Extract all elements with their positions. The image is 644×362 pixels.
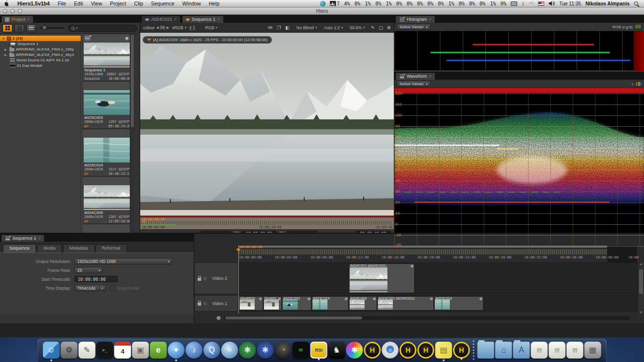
close-icon[interactable]: × bbox=[27, 17, 30, 22]
clip-shot0010[interactable]: Shot0010 ⊛ bbox=[239, 296, 263, 310]
menu-view[interactable]: View bbox=[91, 0, 102, 6]
dock-stickies[interactable]: ▤ bbox=[435, 342, 452, 359]
slider-knob[interactable] bbox=[42, 25, 47, 30]
scrollbar-thumb[interactable] bbox=[131, 35, 134, 127]
waveform-source-select[interactable]: Active Viewer ▾ bbox=[397, 81, 430, 87]
clip-a024c021-v1[interactable]: A024C021 (A024C021) ⊛ bbox=[377, 296, 434, 310]
close-icon[interactable]: × bbox=[38, 236, 41, 241]
project-search-input[interactable]: ▾ bbox=[68, 25, 137, 32]
dock-folder-downloads[interactable] bbox=[478, 342, 494, 359]
menu-clip[interactable]: Clip bbox=[134, 0, 143, 6]
dock-terminal[interactable]: >_ bbox=[97, 342, 113, 359]
scrollbar-thumb[interactable] bbox=[225, 316, 362, 319]
tab-waveform[interactable]: Waveform × bbox=[395, 72, 435, 80]
viewer-image-area[interactable]: [A] A024C009: 2880 x 1620 - 25 FPS - 10:… bbox=[140, 33, 394, 216]
clip-a023c003[interactable]: A023C003 ⊛ bbox=[282, 296, 312, 310]
lock-icon[interactable] bbox=[198, 278, 201, 281]
displays-menu-icon[interactable] bbox=[511, 1, 517, 6]
dock-fan-green[interactable]: ✱ bbox=[239, 342, 256, 359]
chevron-down-icon[interactable]: ▾ bbox=[632, 82, 633, 86]
scale-mode-select[interactable]: Auto 1:2 ▾ bbox=[324, 25, 343, 30]
scroll-up-icon[interactable]: ▲ bbox=[640, 262, 643, 265]
lock-icon[interactable] bbox=[198, 303, 201, 306]
fast-user-switch-name[interactable]: Nikolaos Almpanis bbox=[586, 1, 630, 6]
timeline-horizontal-scrollbar[interactable] bbox=[194, 314, 637, 321]
dock-textedit[interactable]: ✎ bbox=[79, 342, 96, 359]
menu-project[interactable]: Project bbox=[110, 0, 126, 6]
frame-rate-select[interactable]: 25 ▾ bbox=[74, 267, 103, 273]
thumbnail-size-slider[interactable] bbox=[40, 27, 64, 29]
menu-help[interactable]: Help bbox=[209, 0, 219, 6]
bin-row-world-drums[interactable]: World Drums 01-AIFF 44.1:16 bbox=[0, 57, 81, 63]
bin-row-sequence-1[interactable]: Sequence 1 bbox=[0, 41, 81, 47]
dock-rsi-guard[interactable]: RSI bbox=[311, 342, 327, 359]
menu-window[interactable]: Window bbox=[182, 0, 201, 6]
dock-stack-rsi[interactable]: ▤ bbox=[567, 342, 584, 359]
decrement-icon[interactable]: ◀ bbox=[156, 26, 159, 30]
grid-view-button[interactable] bbox=[2, 24, 12, 32]
close-icon[interactable]: × bbox=[429, 74, 431, 79]
input-language-flag-icon[interactable] bbox=[538, 1, 544, 6]
tab-sequence-1-viewer[interactable]: Sequence 1 × bbox=[182, 15, 224, 23]
bin-thumb-a023c019[interactable]: A023C019 2880x1620151f @25FPS ari10:46:1… bbox=[82, 129, 133, 176]
dock-dashboard[interactable]: ◔ bbox=[275, 342, 292, 359]
histogram-source-select[interactable]: Active Viewer ▾ bbox=[397, 24, 430, 30]
apple-menu-icon[interactable] bbox=[4, 0, 9, 6]
bin-scrollbar[interactable] bbox=[130, 34, 134, 240]
dock-quicktime[interactable]: Q bbox=[204, 342, 220, 359]
timeline-vertical-scrollbar[interactable]: ▲ ▼ bbox=[638, 262, 644, 314]
subtab-metadata[interactable]: Metadata bbox=[63, 244, 95, 253]
volume-menu-icon[interactable] bbox=[549, 1, 555, 6]
scrollbar-track[interactable] bbox=[224, 316, 630, 320]
viewer-info-bar[interactable]: [A] A024C009: 2880 x 1620 - 25 FPS - 10:… bbox=[143, 36, 272, 44]
dock-hiero-3[interactable]: H bbox=[453, 342, 470, 359]
subtab-media[interactable]: Media bbox=[37, 244, 62, 253]
track-lane-video2[interactable]: A024C021 (A024C021) ⊛ bbox=[238, 262, 637, 294]
enable-track-icon[interactable]: ◇ bbox=[204, 276, 207, 281]
tab-a024c021[interactable]: A024C021 × bbox=[141, 15, 181, 23]
tab-histogram[interactable]: Histogram × bbox=[395, 15, 435, 23]
histogram-mode-select[interactable]: RGB (r,g,b) bbox=[613, 25, 633, 29]
poster-frame-icon[interactable] bbox=[85, 36, 90, 41]
dock-trash[interactable]: ▦ bbox=[585, 342, 601, 359]
close-icon[interactable]: × bbox=[174, 17, 177, 22]
dock-activity-monitor[interactable]: ≈ bbox=[293, 342, 310, 359]
spotlight-icon[interactable] bbox=[634, 1, 638, 5]
detail-view-button[interactable] bbox=[26, 24, 36, 32]
timeline-zoom-knob[interactable] bbox=[216, 315, 221, 321]
dock-stack-documents-2[interactable]: ▤ bbox=[549, 342, 566, 359]
clip-a023c019-2[interactable]: A023C019 ⊛ bbox=[434, 296, 483, 310]
collapse-icon[interactable]: ▼ bbox=[2, 37, 5, 40]
track-lane-video1[interactable]: Shot0010 ⊛ Shot0020 ⊛ A023C003 ⊛ A023C01… bbox=[238, 295, 637, 311]
window-titlebar[interactable]: Hiero bbox=[0, 7, 644, 15]
viewer-settings-gear-icon[interactable]: ⚙ bbox=[387, 25, 391, 30]
scroll-down-icon[interactable]: ▼ bbox=[640, 311, 643, 314]
dock-hiero-2[interactable]: H bbox=[400, 342, 417, 359]
dock-openoffice[interactable]: ≈ bbox=[221, 342, 238, 359]
bin-thumb-a024c009[interactable]: A024C009 2880x1620126f @25FPS ari12:09:5… bbox=[82, 176, 133, 224]
channels-select[interactable]: RGB ▾ bbox=[205, 25, 217, 30]
dock-itunes[interactable]: ♪ bbox=[186, 342, 203, 359]
list-view-button[interactable] bbox=[14, 24, 24, 32]
clip-shot0020[interactable]: Shot0020 ⊛ bbox=[263, 296, 282, 310]
subtab-reformat[interactable]: Reformat bbox=[96, 244, 127, 253]
bin-row-das-modell[interactable]: 01 Das Modell bbox=[0, 63, 81, 68]
close-icon[interactable]: × bbox=[429, 17, 431, 22]
track-header-video2[interactable]: ◇ Video 2 bbox=[194, 262, 238, 294]
dock-hiero[interactable]: H bbox=[364, 342, 381, 359]
active-app-name[interactable]: Hiero1.5v1b4 bbox=[17, 0, 50, 6]
time-display-select[interactable]: Timecode ▾ bbox=[74, 285, 106, 291]
expander-icon[interactable]: ▶ bbox=[4, 48, 8, 51]
bluetooth-menu-icon[interactable]: ᛒ bbox=[522, 1, 525, 6]
bin-row-arriraw-16by[interactable]: ▶ ARRIRAW_ALEXA_FW4.x_16by bbox=[0, 47, 81, 52]
menu-sequence[interactable]: Sequence bbox=[151, 0, 174, 6]
bin-thumb-a023c003[interactable]: A023C003 2880x1620126f @25FPS ari09:40:1… bbox=[82, 81, 133, 129]
expander-icon[interactable]: ▶ bbox=[4, 53, 8, 56]
wifi-menu-icon[interactable]: ◠ bbox=[529, 1, 534, 6]
dock-lens-app[interactable]: ◎ bbox=[382, 342, 399, 359]
dock-fan-blue[interactable]: ✱ bbox=[257, 342, 274, 359]
dock-photos[interactable]: ▣ bbox=[132, 342, 149, 359]
zoom-select[interactable]: 50.6% ▾ bbox=[350, 25, 365, 30]
exposure-control[interactable]: colour ◀ f/8 ▶ bbox=[143, 25, 169, 30]
dock-folder-library[interactable]: ⌂ bbox=[495, 342, 512, 359]
